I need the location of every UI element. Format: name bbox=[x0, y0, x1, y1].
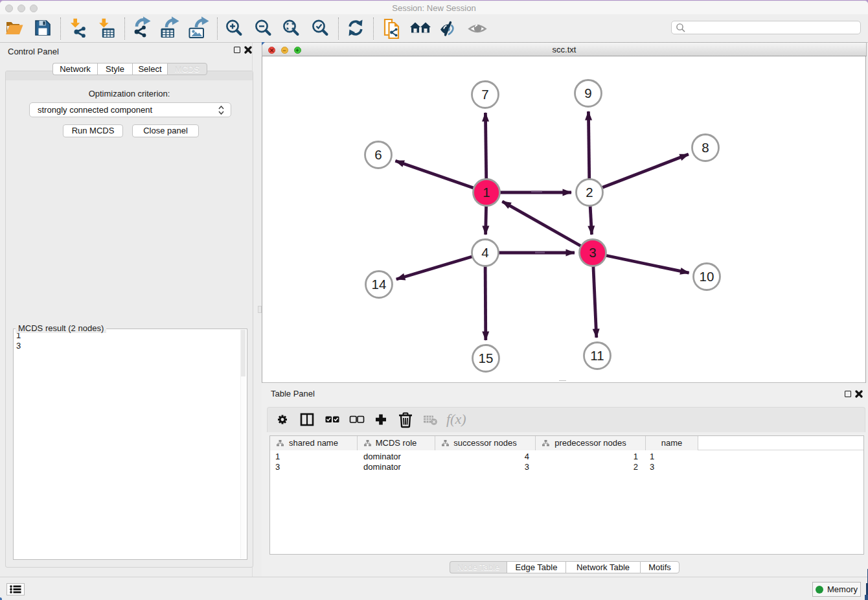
svg-text:15: 15 bbox=[479, 351, 494, 365]
svg-text:4: 4 bbox=[481, 245, 488, 260]
svg-text:10: 10 bbox=[700, 269, 714, 284]
svg-text:3: 3 bbox=[589, 245, 596, 260]
svg-text:8: 8 bbox=[702, 140, 709, 155]
svg-text:1: 1 bbox=[483, 185, 490, 200]
svg-text:6: 6 bbox=[374, 147, 382, 162]
svg-text:11: 11 bbox=[590, 348, 604, 363]
svg-text:7: 7 bbox=[481, 87, 488, 102]
svg-text:f(x): f(x) bbox=[446, 411, 466, 427]
svg-text:2: 2 bbox=[586, 185, 593, 200]
svg-text:9: 9 bbox=[584, 86, 591, 100]
svg-text:14: 14 bbox=[372, 277, 387, 292]
